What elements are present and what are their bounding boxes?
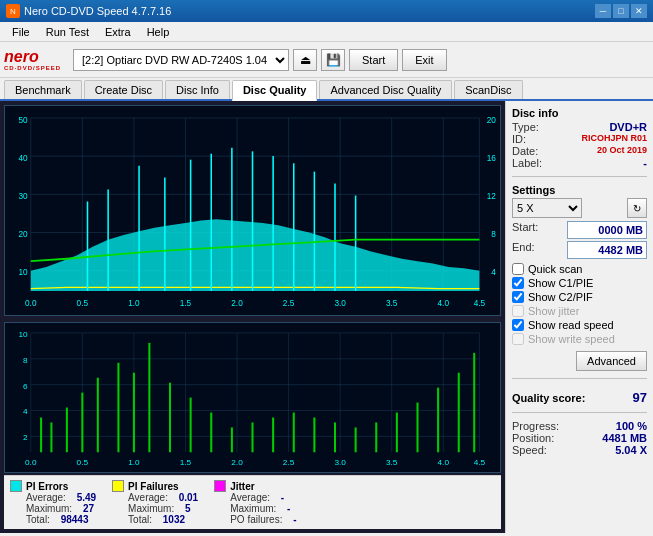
right-panel: Disc info Type: DVD+R ID: RICOHJPN R01 D… [505, 101, 653, 533]
app-icon: N [6, 4, 20, 18]
jitter-label-cb: Show jitter [528, 305, 579, 317]
svg-text:2: 2 [23, 433, 28, 442]
svg-text:8: 8 [23, 356, 28, 365]
position-value: 4481 MB [602, 432, 647, 444]
pi-failures-avg-value: 0.01 [179, 492, 198, 503]
id-value: RICOHJPN R01 [581, 133, 647, 145]
tab-scan-disc[interactable]: ScanDisc [454, 80, 522, 99]
jitter-checkbox[interactable] [512, 305, 524, 317]
pi-errors-avg-value: 5.49 [77, 492, 96, 503]
title-bar-text: Nero CD-DVD Speed 4.7.7.16 [24, 5, 171, 17]
svg-text:4.5: 4.5 [474, 298, 485, 309]
quickscan-row: Quick scan [512, 263, 647, 275]
tab-disc-quality[interactable]: Disc Quality [232, 80, 318, 101]
save-icon-btn[interactable]: 💾 [321, 49, 345, 71]
refresh-button[interactable]: ↻ [627, 198, 647, 218]
menu-run-test[interactable]: Run Test [38, 24, 97, 40]
c1pie-checkbox[interactable] [512, 277, 524, 289]
c2pif-checkbox[interactable] [512, 291, 524, 303]
quality-score-value: 97 [633, 390, 647, 405]
writespeed-checkbox[interactable] [512, 333, 524, 345]
drive-selector[interactable]: [2:2] Optiarc DVD RW AD-7240S 1.04 [73, 49, 289, 71]
position-label: Position: [512, 432, 554, 444]
chart-top: 50 40 30 20 10 20 16 12 8 4 0.0 0.5 1.0 … [4, 105, 501, 316]
jitter-label: Jitter [230, 481, 254, 492]
svg-text:3.0: 3.0 [334, 458, 346, 467]
close-button[interactable]: ✕ [631, 4, 647, 18]
end-label: End: [512, 241, 535, 259]
jitter-color [214, 480, 226, 492]
svg-text:4.5: 4.5 [474, 458, 486, 467]
svg-text:2.5: 2.5 [283, 298, 294, 309]
svg-text:10: 10 [19, 267, 28, 278]
tab-advanced-disc-quality[interactable]: Advanced Disc Quality [319, 80, 452, 99]
start-button[interactable]: Start [349, 49, 398, 71]
legend-pi-errors: PI Errors Average: 5.49 Maximum: 27 Tota… [10, 480, 96, 525]
svg-text:40: 40 [19, 152, 28, 163]
svg-text:2.0: 2.0 [231, 458, 243, 467]
legend-jitter: Jitter Average: - Maximum: - PO failures… [214, 480, 296, 525]
tab-create-disc[interactable]: Create Disc [84, 80, 163, 99]
eject-icon-btn[interactable]: ⏏ [293, 49, 317, 71]
svg-text:1.5: 1.5 [180, 298, 191, 309]
toolbar: nero CD·DVD/SPEED [2:2] Optiarc DVD RW A… [0, 42, 653, 78]
svg-text:4.0: 4.0 [438, 298, 449, 309]
svg-text:0.0: 0.0 [25, 298, 36, 309]
end-input[interactable] [567, 241, 647, 259]
writespeed-label: Show write speed [528, 333, 615, 345]
pi-errors-color [10, 480, 22, 492]
tab-disc-info[interactable]: Disc Info [165, 80, 230, 99]
svg-text:1.0: 1.0 [128, 458, 140, 467]
svg-text:8: 8 [491, 229, 496, 240]
svg-text:4: 4 [23, 407, 28, 416]
id-label: ID: [512, 133, 526, 145]
jitter-avg-label: Average: [230, 492, 270, 503]
jitter-max-value: - [287, 503, 290, 514]
speed-selector[interactable]: 5 X [512, 198, 582, 218]
title-bar: N Nero CD-DVD Speed 4.7.7.16 ─ □ ✕ [0, 0, 653, 22]
showC1PIE-row: Show C1/PIE [512, 277, 647, 289]
showC2PIF-row: Show C2/PIF [512, 291, 647, 303]
svg-text:20: 20 [487, 114, 496, 125]
settings-section: Settings 5 X ↻ Start: End: Quick scan [512, 184, 647, 371]
readspeed-checkbox[interactable] [512, 319, 524, 331]
tab-benchmark[interactable]: Benchmark [4, 80, 82, 99]
divider-2 [512, 378, 647, 379]
svg-text:0.5: 0.5 [77, 458, 89, 467]
svg-text:50: 50 [19, 114, 28, 125]
quickscan-checkbox[interactable] [512, 263, 524, 275]
svg-text:1.5: 1.5 [180, 458, 192, 467]
menu-extra[interactable]: Extra [97, 24, 139, 40]
speed-label: Speed: [512, 444, 547, 456]
minimize-button[interactable]: ─ [595, 4, 611, 18]
svg-text:4.0: 4.0 [438, 458, 450, 467]
jitter-avg-value: - [281, 492, 284, 503]
svg-text:0.0: 0.0 [25, 458, 37, 467]
menu-bar: File Run Test Extra Help [0, 22, 653, 42]
progress-value: 100 % [616, 420, 647, 432]
svg-text:2.0: 2.0 [231, 298, 242, 309]
menu-file[interactable]: File [4, 24, 38, 40]
svg-text:3.0: 3.0 [334, 298, 345, 309]
showReadSpeed-row: Show read speed [512, 319, 647, 331]
pi-errors-total-value: 98443 [61, 514, 89, 525]
exit-button[interactable]: Exit [402, 49, 446, 71]
quality-score-label: Quality score: [512, 392, 585, 404]
pi-failures-avg-label: Average: [128, 492, 168, 503]
disc-info-title: Disc info [512, 107, 647, 119]
svg-text:30: 30 [19, 191, 28, 202]
maximize-button[interactable]: □ [613, 4, 629, 18]
advanced-button[interactable]: Advanced [576, 351, 647, 371]
quickscan-label: Quick scan [528, 263, 582, 275]
pi-errors-max-label: Maximum: [26, 503, 72, 514]
readspeed-label: Show read speed [528, 319, 614, 331]
c1pie-label: Show C1/PIE [528, 277, 593, 289]
pi-failures-max-value: 5 [185, 503, 191, 514]
svg-text:3.5: 3.5 [386, 458, 398, 467]
progress-label: Progress: [512, 420, 559, 432]
svg-text:0.5: 0.5 [77, 298, 88, 309]
quality-section: Quality score: 97 [512, 386, 647, 405]
pi-failures-color [112, 480, 124, 492]
start-input[interactable] [567, 221, 647, 239]
menu-help[interactable]: Help [139, 24, 178, 40]
